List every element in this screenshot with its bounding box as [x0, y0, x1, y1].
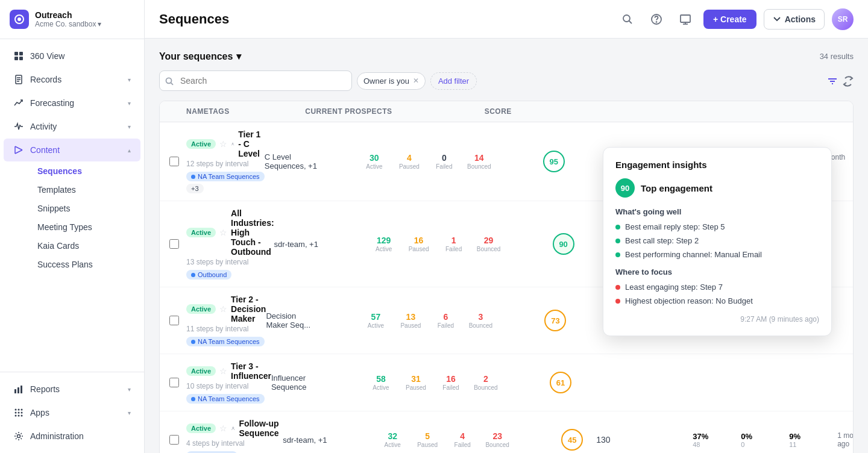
- tag: NA Team Sequences: [186, 337, 265, 346]
- remove-owner-filter-icon[interactable]: ✕: [413, 77, 419, 85]
- sidebar-label-apps: Apps: [30, 408, 49, 417]
- help-button[interactable]: [646, 8, 667, 30]
- star-icon[interactable]: ☆: [219, 423, 227, 433]
- status-badge: Active: [186, 423, 216, 433]
- focus-title: Where to focus: [615, 267, 819, 276]
- sequence-steps: 11 steps by interval: [186, 325, 266, 333]
- star-icon[interactable]: ☆: [219, 304, 227, 314]
- svg-point-23: [18, 415, 20, 417]
- create-button[interactable]: + Create: [703, 10, 756, 29]
- sidebar-item-reports[interactable]: Reports ▾: [4, 378, 140, 401]
- star-icon[interactable]: ☆: [219, 139, 227, 149]
- records-chevron-icon: ▾: [128, 77, 131, 83]
- actions-button[interactable]: Actions: [764, 9, 825, 30]
- status-badge: Active: [186, 304, 216, 314]
- svg-point-20: [18, 412, 20, 414]
- sidebar-label-reports: Reports: [30, 384, 60, 394]
- sequence-tags: Outbound: [186, 270, 274, 280]
- header-actions: + Create Actions SR: [617, 8, 854, 30]
- table-row[interactable]: Active ☆ Follow-up Sequence 4 steps by i…: [160, 411, 853, 453]
- row-checkbox[interactable]: [169, 378, 179, 387]
- table-row[interactable]: Active ☆ Tier 3 - Influencer 10 steps by…: [160, 354, 853, 411]
- content-subnav: Sequences Templates Snippets Meeting Typ…: [0, 162, 144, 273]
- svg-point-25: [17, 435, 20, 438]
- search-input[interactable]: [159, 70, 352, 91]
- star-icon[interactable]: ☆: [219, 366, 227, 376]
- search-button[interactable]: [617, 8, 638, 30]
- star-icon[interactable]: ☆: [219, 228, 227, 237]
- prospects-cell: 32Active 5Paused 4Failed 23Bounced: [379, 431, 548, 448]
- row-checkbox[interactable]: [169, 239, 179, 249]
- sequence-tags: NA Team Sequences: [186, 337, 266, 346]
- row-checkbox[interactable]: [169, 157, 179, 166]
- row-name-cell: Active ☆ Tier 3 - Influencer 10 steps by…: [186, 361, 271, 404]
- row-name-cell: Active ☆ All Industries: High Touch - Ou…: [186, 208, 274, 280]
- row-checkbox[interactable]: [169, 316, 179, 325]
- sidebar-item-snippets[interactable]: Snippets: [30, 199, 140, 217]
- sequence-steps: 4 steps by interval: [186, 439, 283, 448]
- sidebar-item-meeting-types[interactable]: Meeting Types: [30, 218, 140, 236]
- content-chevron-icon: ▴: [128, 147, 131, 154]
- row-checkbox[interactable]: [169, 435, 179, 445]
- sidebar-item-templates[interactable]: Templates: [30, 181, 140, 199]
- dots-grid-icon: [13, 407, 24, 418]
- ep-score-row: 90 Top engagement: [615, 178, 819, 198]
- sequence-steps: 12 steps by interval: [186, 160, 265, 168]
- svg-point-1: [17, 17, 21, 21]
- sequence-name: Tier 3 - Influencer: [231, 361, 271, 381]
- sort-button[interactable]: [827, 75, 838, 87]
- ep-going-well-item-3: Best performing channel: Manual Email: [615, 250, 819, 259]
- sequence-tags: NA Team Sequences +3: [186, 172, 265, 193]
- apps-chevron-icon: ▾: [128, 410, 131, 416]
- page-content: Your sequences ▾ 34 results Owner is you…: [145, 39, 868, 453]
- svg-point-17: [18, 409, 20, 411]
- tags-cell: sdr-team, +1: [274, 240, 371, 249]
- section-title[interactable]: Your sequences ▾: [159, 51, 241, 62]
- sidebar-item-content[interactable]: Content ▴: [4, 139, 140, 161]
- activity-chevron-icon: ▾: [128, 123, 131, 130]
- sidebar-item-activity[interactable]: Activity ▾: [4, 115, 140, 138]
- green-dot-icon: [615, 225, 620, 230]
- filters-row: Owner is you ✕ Add filter: [159, 70, 854, 91]
- tag: NA Team Sequences: [186, 394, 265, 404]
- sidebar-item-administration[interactable]: Administration: [4, 425, 140, 448]
- tags-cell: C LevelSequences, +1: [265, 152, 361, 170]
- sidebar-item-records[interactable]: Records ▾: [4, 68, 140, 91]
- svg-rect-15: [20, 386, 22, 393]
- focus-section: Where to focus Least engaging step: Step…: [615, 267, 819, 305]
- score-cell: 95: [530, 151, 578, 172]
- sidebar-label-administration: Administration: [30, 431, 84, 441]
- svg-point-18: [21, 409, 23, 411]
- owner-filter-chip[interactable]: Owner is you ✕: [357, 72, 426, 90]
- sequence-name: All Industries: High Touch - Outbound: [231, 208, 274, 257]
- svg-rect-13: [14, 389, 16, 393]
- sidebar-item-360view[interactable]: 360 View: [4, 45, 140, 67]
- send-icon: [13, 145, 24, 155]
- add-filter-button[interactable]: Add filter: [430, 72, 477, 90]
- refresh-button[interactable]: [843, 75, 854, 87]
- sidebar-item-kaia-cards[interactable]: Kaia Cards: [30, 237, 140, 255]
- last-used-cell: 1 monthago: [837, 431, 854, 448]
- sidebar-item-success-plans[interactable]: Success Plans: [30, 255, 140, 273]
- forecasting-chevron-icon: ▾: [128, 100, 131, 107]
- sidebar-label-content: Content: [30, 145, 60, 155]
- sidebar-item-sequences[interactable]: Sequences: [30, 162, 140, 180]
- user-avatar[interactable]: SR: [832, 8, 854, 30]
- tags-cell: DecisionMaker Seq...: [266, 311, 362, 330]
- sequence-name: Follow-up Sequence: [239, 419, 283, 438]
- score-cell: 90: [539, 233, 588, 255]
- pulse-icon: [13, 121, 24, 132]
- sidebar: Outreach Acme Co. sandbox ▾ 360 View Rec…: [0, 0, 145, 453]
- green-dot-icon: [615, 252, 620, 257]
- prospects-cell: 57Active 13Paused 6Failed 3Bounced: [362, 312, 531, 329]
- tag: Outbound: [186, 270, 231, 280]
- main-content: Sequences + Create Actions SR: [145, 0, 868, 453]
- reply-cell: 9%11: [789, 432, 837, 448]
- svg-point-39: [233, 427, 234, 428]
- sidebar-item-forecasting[interactable]: Forecasting ▾: [4, 92, 140, 114]
- search-icon: [165, 76, 174, 86]
- owner-filter-label: Owner is you: [363, 77, 409, 86]
- presentation-button[interactable]: [675, 8, 696, 30]
- sidebar-item-apps[interactable]: Apps ▾: [4, 401, 140, 424]
- org-name: Outreach: [35, 10, 101, 20]
